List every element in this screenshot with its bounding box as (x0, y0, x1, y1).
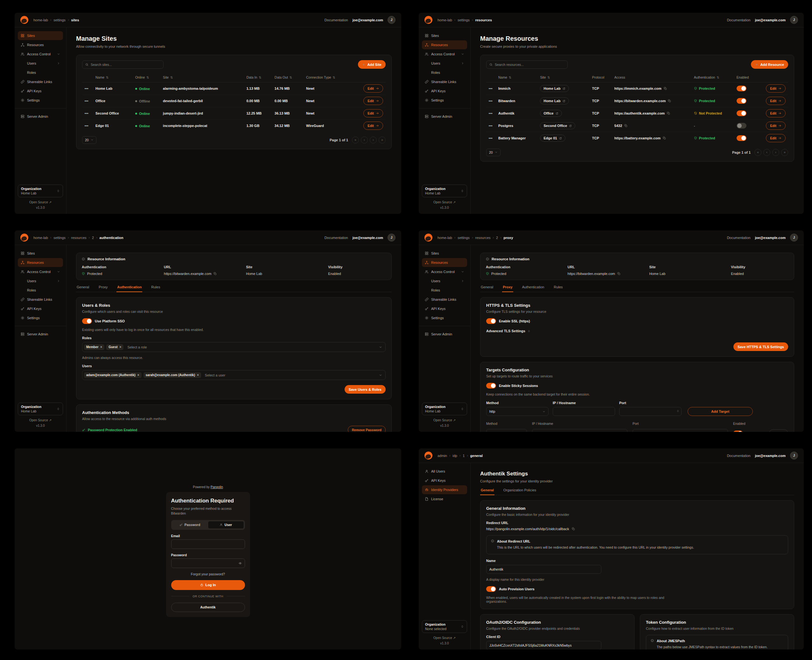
sidebar-item-sites[interactable]: Sites (18, 31, 63, 40)
edit-button[interactable]: Edit (363, 109, 383, 117)
tab-rules[interactable]: Rules (151, 285, 161, 292)
sidebar-item-license[interactable]: License (422, 495, 467, 503)
pagination-prev-button[interactable]: ‹ (361, 136, 368, 144)
edit-button[interactable]: Edit (766, 109, 786, 117)
sidebar-item-access-control[interactable]: Access Control (422, 267, 467, 276)
pagination-first-button[interactable]: « (352, 136, 359, 144)
breadcrumb-segment[interactable]: 1 (463, 454, 465, 458)
enabled-toggle[interactable] (737, 98, 747, 104)
edit-button[interactable]: Edit (766, 122, 786, 130)
ip-hostname-input[interactable] (553, 407, 615, 416)
breadcrumb-segment[interactable]: 2 (92, 236, 94, 240)
user-email[interactable]: joe@example.com (755, 454, 786, 458)
breadcrumb-segment[interactable]: home-lab (33, 18, 48, 22)
email-field[interactable] (171, 539, 245, 549)
pagination-last-button[interactable]: » (781, 149, 788, 156)
enabled-toggle[interactable] (737, 135, 747, 141)
copy-icon[interactable] (667, 112, 670, 115)
sidebar-item-settings[interactable]: Settings (422, 313, 467, 322)
sidebar-item-roles[interactable]: Roles (422, 68, 467, 77)
cell-access[interactable]: https://battery.example.com (614, 136, 661, 140)
breadcrumb-segment[interactable]: settings (54, 236, 65, 240)
add-target-button[interactable]: Add Target (688, 407, 753, 416)
sidebar-item-sites[interactable]: Sites (422, 249, 467, 258)
avatar[interactable]: J (790, 233, 798, 241)
avatar[interactable]: J (387, 233, 395, 241)
cell-access[interactable]: https://bitwarden.example.com (614, 99, 666, 103)
sidebar-item-settings[interactable]: Settings (18, 313, 63, 322)
breadcrumb-segment[interactable]: resources (71, 236, 86, 240)
sidebar-item-api-keys[interactable]: API Keys (422, 476, 467, 485)
column-header-authentication[interactable]: Authentication⇅ (691, 73, 734, 82)
sidebar-item-resources[interactable]: Resources (422, 258, 467, 267)
sidebar-item-api-keys[interactable]: API Keys (422, 87, 467, 95)
remove-password-button[interactable]: Remove Password (348, 426, 385, 432)
row-menu-button[interactable]: ••• (85, 112, 89, 115)
tab-general[interactable]: General (76, 285, 90, 292)
copy-icon[interactable] (668, 99, 671, 103)
client-id-input[interactable] (486, 641, 601, 649)
breadcrumb-segment[interactable]: home-lab (438, 18, 452, 22)
breadcrumb-segment[interactable]: idp (452, 454, 457, 458)
breadcrumb-segment[interactable]: home-lab (438, 236, 452, 240)
breadcrumb-segment[interactable]: admin (438, 454, 447, 458)
sidebar-item-server-admin[interactable]: Server Admin (422, 330, 467, 339)
enabled-toggle[interactable] (737, 123, 747, 129)
pagination-prev-button[interactable]: ‹ (763, 149, 770, 156)
auto-provision-toggle[interactable] (486, 586, 496, 592)
eye-icon[interactable] (239, 562, 242, 565)
column-header-data-in[interactable]: Data In⇅ (244, 73, 272, 82)
organization-selector[interactable]: OrganizationNone selected (422, 620, 467, 633)
documentation-link[interactable]: Documentation (727, 18, 750, 22)
cell-access[interactable]: https://immich.example.com (614, 87, 661, 90)
column-header-site[interactable]: Site⇅ (538, 73, 589, 82)
add-site-button[interactable]: Add Site (358, 60, 385, 69)
sidebar-item-shareable-links[interactable]: Shareable Links (422, 295, 467, 304)
method-select[interactable]: http (486, 429, 527, 432)
sidebar-item-access-control[interactable]: Access Control (18, 267, 63, 276)
sidebar-item-shareable-links[interactable]: Shareable Links (18, 77, 63, 86)
row-menu-button[interactable]: ••• (489, 87, 493, 90)
pangolin-logo-icon[interactable] (425, 233, 432, 241)
sidebar-item-server-admin[interactable]: Server Admin (422, 112, 467, 121)
resource-url[interactable]: https://bitwarden.example.com (568, 272, 615, 276)
sidebar-item-resources[interactable]: Resources (422, 40, 467, 49)
stepper-icon[interactable] (676, 409, 679, 412)
row-menu-button[interactable]: ••• (489, 99, 493, 103)
authentik-sso-button[interactable]: Authentik (171, 603, 245, 612)
copy-icon[interactable] (214, 272, 217, 275)
sidebar-item-resources[interactable]: Resources (18, 40, 63, 49)
roles-multiselect[interactable]: Member× Guest× Select a role (82, 342, 385, 352)
sidebar-item-sites[interactable]: Sites (422, 31, 467, 40)
tab-general[interactable]: General (480, 285, 494, 292)
column-header-name[interactable]: Name⇅ (496, 73, 538, 82)
open-source-link[interactable]: Open Source ↗ (433, 419, 456, 422)
pangolin-link[interactable]: Pangolin (211, 485, 223, 489)
sidebar-item-sites[interactable]: Sites (18, 249, 63, 258)
site-link-chip[interactable]: Home Lab (540, 97, 569, 105)
pangolin-logo-icon[interactable] (425, 452, 432, 460)
sidebar-item-access-control[interactable]: Access Control (18, 50, 63, 59)
row-menu-button[interactable]: ••• (85, 87, 89, 90)
remove-chip-icon[interactable]: × (138, 373, 140, 377)
platform-sso-toggle[interactable] (82, 318, 92, 324)
sidebar-item-settings[interactable]: Settings (422, 96, 467, 105)
pangolin-logo-icon[interactable] (21, 16, 28, 24)
sidebar-item-users[interactable]: Users (18, 276, 63, 286)
sidebar-item-roles[interactable]: Roles (18, 286, 63, 295)
documentation-link[interactable]: Documentation (727, 454, 750, 458)
pangolin-logo-icon[interactable] (425, 16, 432, 24)
sidebar-item-api-keys[interactable]: API Keys (422, 304, 467, 313)
user-email[interactable]: joe@example.com (352, 236, 383, 240)
open-source-link[interactable]: Open Source ↗ (29, 200, 52, 204)
enabled-toggle[interactable] (737, 110, 747, 116)
advanced-tls-settings-collapsible[interactable]: Advanced TLS Settings (486, 329, 788, 333)
column-header-connection-type[interactable]: Connection Type⇅ (303, 73, 351, 82)
method-select[interactable]: http (486, 407, 549, 416)
avatar[interactable]: J (387, 16, 395, 24)
breadcrumb-segment[interactable]: resources (475, 236, 490, 240)
avatar[interactable]: J (790, 16, 798, 24)
save-https-tls-button[interactable]: Save HTTPS & TLS Settings (733, 343, 788, 351)
row-menu-button[interactable]: ••• (489, 136, 493, 140)
edit-button[interactable]: Edit (363, 84, 383, 93)
